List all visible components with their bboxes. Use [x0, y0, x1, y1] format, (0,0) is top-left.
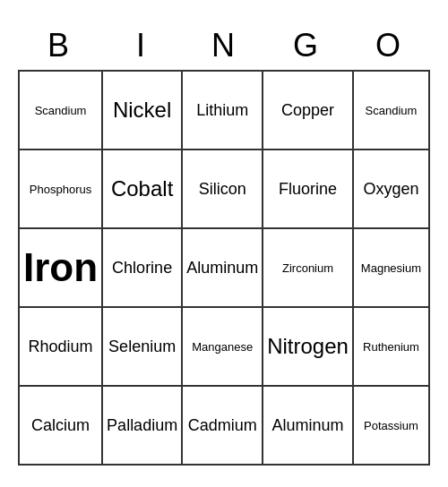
bingo-cell: Aluminum	[183, 229, 263, 308]
cell-text: Fluorine	[279, 180, 337, 199]
bingo-cell: Selenium	[103, 308, 183, 387]
bingo-cell: Rhodium	[20, 308, 103, 387]
bingo-cell: Fluorine	[263, 150, 354, 229]
bingo-cell: Scandium	[20, 72, 103, 150]
cell-text: Chlorine	[112, 259, 172, 278]
bingo-cell: Oxygen	[354, 150, 430, 229]
cell-text: Potassium	[364, 419, 418, 432]
cell-text: Phosphorus	[30, 183, 91, 196]
bingo-cell: Potassium	[354, 387, 430, 466]
bingo-cell: Iron	[20, 229, 103, 308]
cell-text: Magnesium	[361, 261, 421, 275]
cell-text: Nickel	[113, 98, 171, 123]
bingo-cell: Phosphorus	[20, 150, 103, 229]
cell-text: Silicon	[199, 180, 246, 199]
bingo-cell: Scandium	[354, 72, 430, 150]
bingo-grid: ScandiumNickelLithiumCopperScandiumPhosp…	[18, 70, 430, 466]
cell-text: Palladium	[107, 416, 177, 435]
bingo-cell: Palladium	[103, 387, 183, 466]
cell-text: Manganese	[192, 340, 253, 354]
cell-text: Scandium	[35, 104, 87, 117]
header-letter: G	[265, 21, 348, 70]
cell-text: Calcium	[31, 416, 90, 435]
cell-text: Cadmium	[188, 416, 257, 435]
cell-text: Selenium	[108, 337, 176, 356]
header-letter: N	[183, 21, 265, 70]
cell-text: Copper	[281, 101, 334, 120]
cell-text: Scandium	[366, 104, 418, 117]
bingo-header: BINGO	[18, 21, 430, 70]
cell-text: Aluminum	[272, 416, 344, 435]
header-letter: I	[100, 21, 183, 70]
bingo-cell: Chlorine	[103, 229, 183, 308]
bingo-cell: Magnesium	[354, 229, 430, 308]
bingo-cell: Copper	[263, 72, 354, 150]
cell-text: Cobalt	[111, 176, 173, 201]
bingo-cell: Nitrogen	[263, 308, 354, 387]
header-letter: B	[18, 21, 100, 70]
cell-text: Ruthenium	[363, 340, 419, 354]
cell-text: Oxygen	[363, 180, 418, 199]
bingo-cell: Silicon	[183, 150, 263, 229]
bingo-cell: Nickel	[103, 72, 183, 150]
cell-text: Nitrogen	[267, 334, 349, 359]
bingo-cell: Ruthenium	[354, 308, 430, 387]
cell-text: Rhodium	[29, 337, 93, 356]
cell-text: Iron	[23, 245, 98, 290]
cell-text: Zirconium	[282, 261, 333, 275]
header-letter: O	[348, 21, 430, 70]
bingo-cell: Lithium	[183, 72, 263, 150]
bingo-cell: Manganese	[183, 308, 263, 387]
bingo-cell: Zirconium	[263, 229, 354, 308]
cell-text: Aluminum	[186, 259, 258, 278]
cell-text: Lithium	[196, 101, 248, 120]
bingo-cell: Cobalt	[103, 150, 183, 229]
bingo-card: BINGO ScandiumNickelLithiumCopperScandiu…	[18, 21, 430, 466]
bingo-cell: Aluminum	[263, 387, 354, 466]
bingo-cell: Cadmium	[183, 387, 263, 466]
bingo-cell: Calcium	[20, 387, 103, 466]
